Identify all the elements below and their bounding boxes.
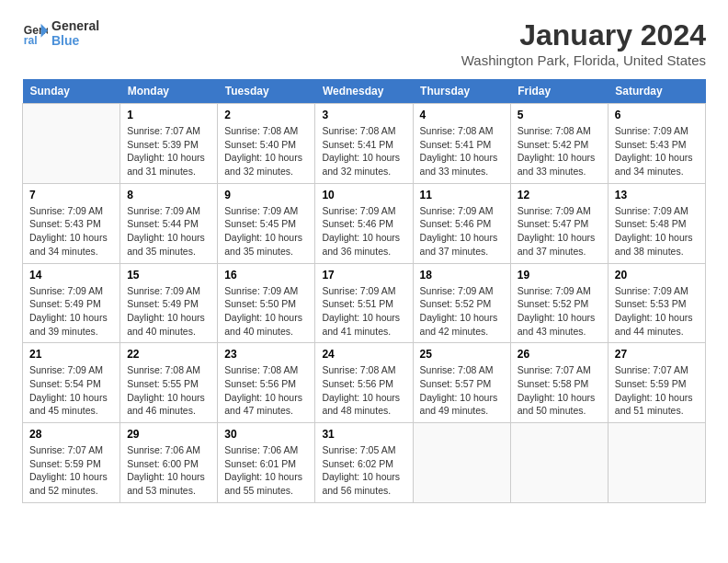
day-detail: Sunrise: 7:09 AMSunset: 5:53 PMDaylight:… xyxy=(615,284,699,339)
header-cell-wednesday: Wednesday xyxy=(315,79,413,104)
logo-text-line1: General xyxy=(51,18,99,33)
day-number: 22 xyxy=(127,348,210,361)
week-row-2: 7Sunrise: 7:09 AMSunset: 5:43 PMDaylight… xyxy=(23,183,706,263)
header-cell-monday: Monday xyxy=(120,79,218,104)
week-row-5: 28Sunrise: 7:07 AMSunset: 5:59 PMDayligh… xyxy=(23,423,706,503)
calendar-cell: 31Sunrise: 7:05 AMSunset: 6:02 PMDayligh… xyxy=(315,423,413,503)
day-number: 27 xyxy=(615,348,699,361)
day-detail: Sunrise: 7:09 AMSunset: 5:49 PMDaylight:… xyxy=(29,284,113,339)
week-row-3: 14Sunrise: 7:09 AMSunset: 5:49 PMDayligh… xyxy=(23,263,706,343)
calendar-cell: 18Sunrise: 7:09 AMSunset: 5:52 PMDayligh… xyxy=(413,263,510,343)
day-detail: Sunrise: 7:09 AMSunset: 5:51 PMDaylight:… xyxy=(322,284,405,339)
day-detail: Sunrise: 7:07 AMSunset: 5:58 PMDaylight:… xyxy=(518,363,601,418)
day-number: 6 xyxy=(615,109,699,121)
calendar-cell xyxy=(510,423,608,503)
calendar-cell: 22Sunrise: 7:08 AMSunset: 5:55 PMDayligh… xyxy=(120,343,218,423)
day-detail: Sunrise: 7:09 AMSunset: 5:46 PMDaylight:… xyxy=(420,204,504,259)
calendar-cell: 14Sunrise: 7:09 AMSunset: 5:49 PMDayligh… xyxy=(23,263,120,343)
day-detail: Sunrise: 7:08 AMSunset: 5:42 PMDaylight:… xyxy=(518,124,601,178)
title-block: January 2024 Washington Park, Florida, U… xyxy=(461,18,706,68)
week-row-4: 21Sunrise: 7:09 AMSunset: 5:54 PMDayligh… xyxy=(23,343,706,423)
calendar-cell: 15Sunrise: 7:09 AMSunset: 5:49 PMDayligh… xyxy=(120,263,218,343)
day-number: 19 xyxy=(518,269,601,282)
day-number: 14 xyxy=(29,269,113,282)
day-detail: Sunrise: 7:09 AMSunset: 5:45 PMDaylight:… xyxy=(224,204,308,259)
calendar-cell: 16Sunrise: 7:09 AMSunset: 5:50 PMDayligh… xyxy=(218,263,315,343)
day-number: 16 xyxy=(224,269,308,282)
svg-text:ral: ral xyxy=(24,34,38,46)
day-number: 25 xyxy=(420,348,504,361)
day-detail: Sunrise: 7:08 AMSunset: 5:41 PMDaylight:… xyxy=(420,124,504,178)
day-detail: Sunrise: 7:08 AMSunset: 5:55 PMDaylight:… xyxy=(127,363,210,418)
day-number: 10 xyxy=(322,189,405,201)
day-detail: Sunrise: 7:09 AMSunset: 5:43 PMDaylight:… xyxy=(29,204,113,259)
calendar-cell: 25Sunrise: 7:08 AMSunset: 5:57 PMDayligh… xyxy=(413,343,510,423)
day-number: 18 xyxy=(420,269,504,282)
day-number: 13 xyxy=(615,189,699,201)
day-number: 9 xyxy=(224,189,308,201)
header-cell-thursday: Thursday xyxy=(413,79,510,104)
calendar-cell: 13Sunrise: 7:09 AMSunset: 5:48 PMDayligh… xyxy=(608,183,705,263)
day-number: 4 xyxy=(420,109,504,121)
day-number: 20 xyxy=(615,269,699,282)
calendar-cell: 1Sunrise: 7:07 AMSunset: 5:39 PMDaylight… xyxy=(120,104,218,184)
header-cell-tuesday: Tuesday xyxy=(218,79,315,104)
day-detail: Sunrise: 7:08 AMSunset: 5:56 PMDaylight:… xyxy=(322,363,405,418)
calendar-cell: 10Sunrise: 7:09 AMSunset: 5:46 PMDayligh… xyxy=(315,183,413,263)
day-detail: Sunrise: 7:07 AMSunset: 5:59 PMDaylight:… xyxy=(29,443,113,498)
day-detail: Sunrise: 7:09 AMSunset: 5:54 PMDaylight:… xyxy=(29,363,113,418)
calendar-cell: 30Sunrise: 7:06 AMSunset: 6:01 PMDayligh… xyxy=(218,423,315,503)
day-number: 11 xyxy=(420,189,504,201)
day-detail: Sunrise: 7:08 AMSunset: 5:40 PMDaylight:… xyxy=(224,124,308,178)
day-detail: Sunrise: 7:09 AMSunset: 5:48 PMDaylight:… xyxy=(615,204,699,259)
day-number: 8 xyxy=(127,189,210,201)
calendar-cell: 4Sunrise: 7:08 AMSunset: 5:41 PMDaylight… xyxy=(413,104,510,184)
calendar-cell: 3Sunrise: 7:08 AMSunset: 5:41 PMDaylight… xyxy=(315,104,413,184)
day-detail: Sunrise: 7:09 AMSunset: 5:47 PMDaylight:… xyxy=(518,204,601,259)
day-number: 31 xyxy=(322,428,405,441)
calendar-cell: 19Sunrise: 7:09 AMSunset: 5:52 PMDayligh… xyxy=(510,263,608,343)
day-number: 1 xyxy=(127,109,210,121)
day-detail: Sunrise: 7:08 AMSunset: 5:56 PMDaylight:… xyxy=(224,363,308,418)
day-number: 3 xyxy=(322,109,405,121)
day-detail: Sunrise: 7:09 AMSunset: 5:49 PMDaylight:… xyxy=(127,284,210,339)
calendar-cell: 28Sunrise: 7:07 AMSunset: 5:59 PMDayligh… xyxy=(23,423,120,503)
logo-icon: Gene ral xyxy=(22,20,48,46)
calendar-cell: 11Sunrise: 7:09 AMSunset: 5:46 PMDayligh… xyxy=(413,183,510,263)
header-cell-friday: Friday xyxy=(510,79,608,104)
day-detail: Sunrise: 7:09 AMSunset: 5:52 PMDaylight:… xyxy=(518,284,601,339)
calendar-cell: 27Sunrise: 7:07 AMSunset: 5:59 PMDayligh… xyxy=(608,343,705,423)
day-number: 12 xyxy=(518,189,601,201)
calendar-cell: 6Sunrise: 7:09 AMSunset: 5:43 PMDaylight… xyxy=(608,104,705,184)
day-detail: Sunrise: 7:09 AMSunset: 5:43 PMDaylight:… xyxy=(615,124,699,178)
day-detail: Sunrise: 7:05 AMSunset: 6:02 PMDaylight:… xyxy=(322,443,405,498)
day-detail: Sunrise: 7:07 AMSunset: 5:39 PMDaylight:… xyxy=(127,124,210,178)
calendar-cell: 24Sunrise: 7:08 AMSunset: 5:56 PMDayligh… xyxy=(315,343,413,423)
day-number: 28 xyxy=(29,428,113,441)
logo-text-line2: Blue xyxy=(51,33,99,48)
calendar-cell: 23Sunrise: 7:08 AMSunset: 5:56 PMDayligh… xyxy=(218,343,315,423)
main-title: January 2024 xyxy=(461,18,706,52)
calendar-cell: 17Sunrise: 7:09 AMSunset: 5:51 PMDayligh… xyxy=(315,263,413,343)
calendar-cell xyxy=(413,423,510,503)
day-detail: Sunrise: 7:09 AMSunset: 5:44 PMDaylight:… xyxy=(127,204,210,259)
day-number: 15 xyxy=(127,269,210,282)
calendar-cell: 20Sunrise: 7:09 AMSunset: 5:53 PMDayligh… xyxy=(608,263,705,343)
calendar-cell: 5Sunrise: 7:08 AMSunset: 5:42 PMDaylight… xyxy=(510,104,608,184)
day-number: 29 xyxy=(127,428,210,441)
header-cell-sunday: Sunday xyxy=(23,79,120,104)
calendar-table: SundayMondayTuesdayWednesdayThursdayFrid… xyxy=(22,79,706,503)
day-number: 30 xyxy=(224,428,308,441)
calendar-cell xyxy=(608,423,705,503)
calendar-cell: 2Sunrise: 7:08 AMSunset: 5:40 PMDaylight… xyxy=(218,104,315,184)
calendar-cell: 7Sunrise: 7:09 AMSunset: 5:43 PMDaylight… xyxy=(23,183,120,263)
day-number: 5 xyxy=(518,109,601,121)
day-number: 23 xyxy=(224,348,308,361)
day-detail: Sunrise: 7:09 AMSunset: 5:46 PMDaylight:… xyxy=(322,204,405,259)
calendar-cell: 9Sunrise: 7:09 AMSunset: 5:45 PMDaylight… xyxy=(218,183,315,263)
calendar-cell xyxy=(23,104,120,184)
logo: Gene ral General Blue xyxy=(22,18,99,48)
day-number: 7 xyxy=(29,189,113,201)
header-cell-saturday: Saturday xyxy=(608,79,705,104)
page-header: Gene ral General Blue January 2024 Washi… xyxy=(22,18,706,68)
